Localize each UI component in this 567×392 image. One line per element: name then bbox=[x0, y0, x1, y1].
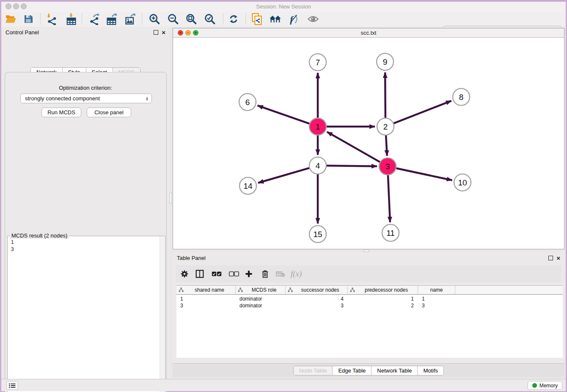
network-canvas[interactable]: 7968124314101511 bbox=[173, 38, 564, 249]
result-scrollbar[interactable] bbox=[160, 237, 165, 392]
control-panel-title: Control Panel bbox=[6, 29, 39, 36]
cell-predecessor-nodes[interactable]: 1 bbox=[348, 295, 418, 302]
table-options-button[interactable] bbox=[178, 267, 191, 281]
zoom-in-button[interactable] bbox=[147, 12, 162, 26]
run-mcds-button[interactable]: Run MCDS bbox=[41, 108, 81, 117]
cell-shared-name[interactable]: 3 bbox=[176, 302, 236, 309]
close-panel-icon[interactable]: × bbox=[556, 256, 560, 260]
maximize-view-button[interactable]: + bbox=[193, 30, 198, 36]
unchecked-boxes-icon bbox=[229, 271, 239, 277]
zoom-selected-button[interactable] bbox=[203, 12, 217, 26]
network-view-window: × − + scc.txt 7968124314101511 bbox=[173, 28, 564, 249]
toolbar-separator bbox=[82, 14, 82, 25]
cell-predecessor-nodes[interactable]: 2 bbox=[348, 302, 418, 309]
cell-successor-nodes[interactable]: 3 bbox=[286, 302, 348, 309]
open-folder-icon bbox=[5, 14, 16, 25]
refresh-layout-button[interactable] bbox=[226, 12, 241, 26]
memory-label: Memory bbox=[539, 383, 558, 389]
cell-MCDS-role[interactable]: dominator bbox=[236, 295, 286, 302]
cell-shared-name[interactable]: 1 bbox=[176, 295, 236, 302]
cell-MCDS-role[interactable]: dominator bbox=[236, 302, 286, 309]
tab-motifs[interactable]: Motifs bbox=[418, 366, 443, 375]
edge-4-3[interactable] bbox=[326, 166, 377, 166]
edge-2-9[interactable] bbox=[385, 72, 385, 118]
save-icon bbox=[23, 14, 33, 24]
column-header-MCDS-role[interactable]: MCDS role bbox=[236, 286, 286, 294]
close-panel-button[interactable]: Close panel bbox=[87, 108, 131, 117]
mcds-result-list[interactable]: 1 3 bbox=[8, 237, 17, 255]
delete-columns-button[interactable] bbox=[258, 267, 272, 281]
function-hide-icon: f bbox=[289, 14, 300, 25]
tab-edge-table[interactable]: Edge Table bbox=[333, 366, 372, 375]
edge-3-10[interactable] bbox=[396, 168, 452, 180]
tab-node-table[interactable]: Node Table bbox=[294, 366, 333, 375]
node-label-10: 10 bbox=[458, 178, 467, 187]
node-label-11: 11 bbox=[386, 229, 395, 237]
edge-1-6[interactable] bbox=[258, 105, 310, 124]
edge-3-11[interactable] bbox=[388, 175, 390, 222]
network-window-titlebar[interactable]: × − + scc.txt bbox=[173, 28, 564, 38]
column-header-name[interactable]: name bbox=[418, 286, 455, 294]
unselect-all-columns-button[interactable] bbox=[227, 267, 241, 281]
node-label-6: 6 bbox=[245, 98, 250, 107]
splitter-handle[interactable] bbox=[364, 250, 369, 252]
select-all-columns-button[interactable] bbox=[210, 267, 223, 281]
tab-network-table[interactable]: Network Table bbox=[372, 366, 418, 375]
close-panel-icon[interactable]: × bbox=[162, 30, 165, 34]
zoom-out-button[interactable] bbox=[166, 12, 180, 26]
splitter-handle[interactable] bbox=[170, 193, 172, 204]
zoom-fit-icon bbox=[185, 13, 197, 25]
clone-network-button[interactable] bbox=[250, 12, 264, 26]
task-history-button[interactable] bbox=[6, 381, 18, 390]
zoom-fit-button[interactable] bbox=[184, 12, 198, 26]
float-panel-icon[interactable] bbox=[548, 256, 553, 260]
edge-3-1[interactable] bbox=[327, 132, 380, 162]
import-table-icon bbox=[65, 13, 77, 25]
add-column-button[interactable] bbox=[242, 267, 256, 281]
delete-table-button bbox=[274, 267, 287, 281]
close-view-button[interactable]: × bbox=[178, 30, 183, 36]
cell-successor-nodes[interactable]: 4 bbox=[286, 295, 348, 302]
cell-name[interactable]: 1 bbox=[418, 295, 455, 302]
table-row[interactable]: 1dominator411 bbox=[176, 295, 563, 302]
hide-annotations-button[interactable]: f bbox=[287, 12, 301, 26]
vertical-splitter[interactable] bbox=[170, 27, 173, 379]
table-tab-strip: Node TableEdge TableNetwork TableMotifs bbox=[173, 363, 564, 377]
edge-2-8[interactable] bbox=[394, 101, 451, 124]
import-table-button[interactable] bbox=[64, 12, 78, 26]
minimize-window-button[interactable] bbox=[13, 3, 19, 9]
export-table-button[interactable] bbox=[105, 12, 119, 26]
show-all-button[interactable] bbox=[306, 12, 320, 26]
node-label-3: 3 bbox=[385, 162, 390, 171]
plus-icon bbox=[245, 270, 253, 278]
column-tree-icon bbox=[238, 287, 243, 293]
title-bar: Session: New Session bbox=[1, 2, 566, 12]
column-header-shared-name[interactable]: shared name bbox=[176, 286, 236, 294]
save-session-button[interactable] bbox=[21, 12, 36, 26]
cell-name[interactable]: 3 bbox=[418, 302, 455, 309]
maximize-window-button[interactable] bbox=[21, 3, 27, 9]
control-panel-header: Control Panel × bbox=[1, 27, 170, 38]
table-row[interactable]: 3dominator323 bbox=[176, 302, 563, 309]
horizontal-splitter[interactable] bbox=[173, 249, 564, 252]
edge-4-14[interactable] bbox=[258, 168, 310, 183]
node-label-7: 7 bbox=[316, 58, 320, 67]
close-window-button[interactable] bbox=[6, 3, 11, 9]
show-columns-button[interactable] bbox=[193, 267, 206, 281]
column-header-predecessor-nodes[interactable]: predecessor nodes bbox=[348, 286, 418, 294]
node-table: shared nameMCDS rolesuccessor nodesprede… bbox=[176, 285, 563, 358]
import-network-button[interactable] bbox=[44, 12, 58, 26]
float-panel-icon[interactable] bbox=[154, 30, 158, 35]
table-toolbar: f(x) bbox=[176, 265, 561, 282]
edge-2-3[interactable] bbox=[386, 135, 387, 156]
open-session-button[interactable] bbox=[3, 12, 18, 26]
criterion-dropdown[interactable]: strongly connected component ▲▼ bbox=[20, 94, 152, 103]
first-neighbors-button[interactable] bbox=[268, 12, 283, 26]
column-header-successor-nodes[interactable]: successor nodes bbox=[286, 286, 348, 294]
memory-button[interactable]: Memory bbox=[528, 381, 562, 390]
export-image-button[interactable] bbox=[123, 12, 138, 26]
network-view-title: scc.txt bbox=[173, 28, 564, 37]
minimize-view-button[interactable]: − bbox=[185, 30, 191, 36]
function-builder-button: f(x) bbox=[289, 267, 303, 281]
export-network-button[interactable] bbox=[86, 12, 101, 26]
